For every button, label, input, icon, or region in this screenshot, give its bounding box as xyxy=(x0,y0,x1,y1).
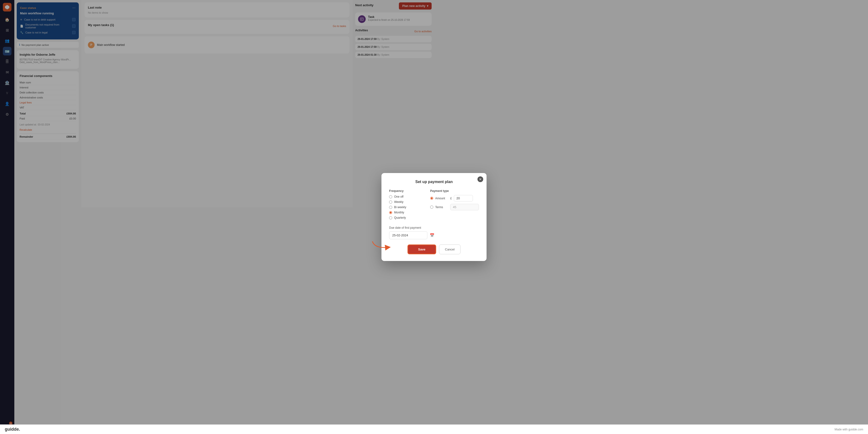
frequency-quarterly-label: Quarterly xyxy=(394,216,406,217)
frequency-one-off-label: One off xyxy=(394,195,403,198)
frequency-weekly-radio[interactable] xyxy=(389,201,392,204)
frequency-bi-weekly-label: Bi weekly xyxy=(394,205,406,209)
frequency-quarterly-radio[interactable] xyxy=(389,216,392,217)
frequency-quarterly[interactable]: Quarterly xyxy=(389,216,425,217)
frequency-monthly-radio[interactable] xyxy=(389,211,392,214)
payment-plan-modal: Set up payment plan ✕ Frequency One off … xyxy=(381,173,434,217)
payment-amount-row: Amount £ xyxy=(430,195,434,201)
frequency-bi-weekly[interactable]: Bi weekly xyxy=(389,205,425,209)
modal-overlay: Set up payment plan ✕ Frequency One off … xyxy=(0,0,434,217)
payment-amount-radio[interactable] xyxy=(430,197,433,200)
payment-type-title: Payment type xyxy=(430,189,434,193)
frequency-bi-weekly-radio[interactable] xyxy=(389,206,392,209)
frequency-weekly[interactable]: Weekly xyxy=(389,200,425,204)
frequency-monthly-label: Monthly xyxy=(394,211,404,214)
frequency-monthly[interactable]: Monthly xyxy=(389,211,425,214)
frequency-title: Frequency xyxy=(389,189,425,193)
frequency-one-off-radio[interactable] xyxy=(389,195,392,198)
payment-terms-row: Terms xyxy=(430,204,434,210)
frequency-one-off[interactable]: One off xyxy=(389,195,425,198)
payment-type-section: Payment type Amount £ Terms xyxy=(430,189,434,217)
frequency-section: Frequency One off Weekly Bi weekly Month… xyxy=(389,189,425,217)
modal-title: Set up payment plan xyxy=(389,180,434,184)
payment-terms-radio[interactable] xyxy=(430,205,433,209)
frequency-weekly-label: Weekly xyxy=(394,200,403,204)
